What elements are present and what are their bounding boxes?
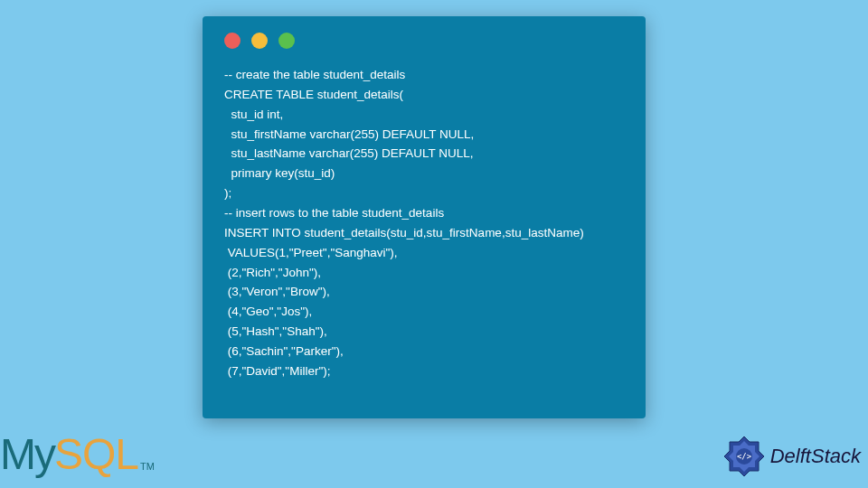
mysql-my-text: My <box>0 429 54 479</box>
svg-text:</>: </> <box>737 452 752 461</box>
code-content: -- create the table student_details CREA… <box>224 65 624 381</box>
code-window: -- create the table student_details CREA… <box>203 16 646 418</box>
close-icon <box>224 33 241 49</box>
maximize-icon <box>278 33 295 49</box>
mysql-tm-text: TM <box>140 461 155 472</box>
minimize-icon <box>251 33 268 49</box>
delftstack-text: DelftStack <box>770 445 861 468</box>
mysql-sql-text: SQL <box>54 429 138 479</box>
window-controls <box>224 33 624 49</box>
mysql-logo: My SQL TM <box>0 429 155 479</box>
delftstack-icon: </> <box>722 434 767 479</box>
delftstack-logo: </> DelftStack <box>722 434 861 479</box>
